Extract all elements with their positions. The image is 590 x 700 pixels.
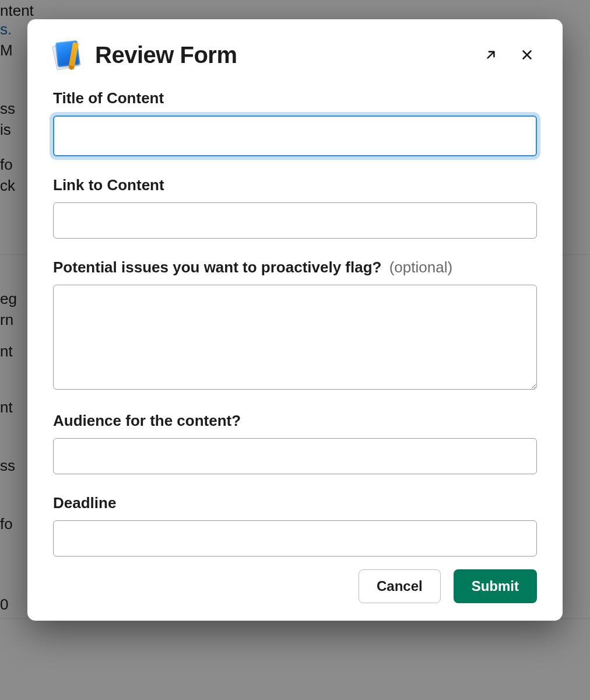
field-title: Title of Content [53, 89, 537, 156]
field-link: Link to Content [53, 176, 537, 239]
link-input[interactable] [53, 202, 537, 239]
field-issues: Potential issues you want to proactively… [53, 258, 537, 392]
label-issues-hint: (optional) [389, 258, 452, 276]
field-audience: Audience for the content? [53, 412, 537, 474]
deadline-input[interactable] [53, 520, 537, 556]
label-link: Link to Content [53, 176, 537, 194]
modal-header: Review Form [53, 40, 537, 69]
title-input[interactable] [53, 116, 537, 156]
modal-footer: Cancel Submit [53, 569, 537, 603]
close-icon[interactable] [517, 45, 537, 65]
submit-button[interactable]: Submit [454, 569, 537, 603]
cancel-button[interactable]: Cancel [359, 569, 441, 603]
label-issues-text: Potential issues you want to proactively… [53, 258, 381, 276]
label-issues: Potential issues you want to proactively… [53, 258, 537, 276]
issues-textarea[interactable] [53, 285, 537, 390]
audience-input[interactable] [53, 438, 537, 474]
field-deadline: Deadline [53, 494, 537, 556]
review-form-modal: Review Form Title of Content Link to Con… [27, 19, 563, 621]
label-audience: Audience for the content? [53, 412, 537, 430]
expand-icon[interactable] [481, 45, 501, 65]
modal-title: Review Form [95, 42, 237, 68]
book-pencil-icon [53, 40, 82, 69]
label-title: Title of Content [53, 89, 537, 107]
label-deadline: Deadline [53, 494, 537, 512]
